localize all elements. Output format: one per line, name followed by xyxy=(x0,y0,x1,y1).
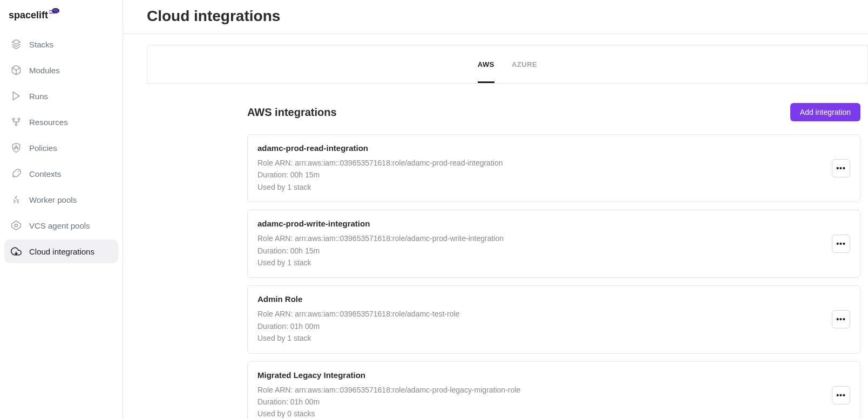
integration-used-by: Used by 0 stacks xyxy=(257,408,832,419)
sidebar-item-label: VCS agent pools xyxy=(29,221,90,230)
sidebar-item-stacks[interactable]: Stacks xyxy=(4,32,118,56)
page-header: Cloud integrations xyxy=(123,0,868,34)
sidebar-item-label: Stacks xyxy=(29,40,53,49)
svg-point-4 xyxy=(12,118,14,120)
sidebar-item-label: Worker pools xyxy=(29,195,77,204)
integration-role-arn: Role ARN: arn:aws:iam::039653571618:role… xyxy=(257,308,832,320)
integration-info: adamc-prod-write-integration Role ARN: a… xyxy=(257,219,832,269)
sidebar-item-label: Modules xyxy=(29,66,60,75)
sidebar-item-label: Contexts xyxy=(29,169,61,178)
svg-point-6 xyxy=(15,123,17,125)
stacks-icon xyxy=(11,39,22,50)
more-options-button[interactable]: ••• xyxy=(832,235,850,253)
integration-card: adamc-prod-write-integration Role ARN: a… xyxy=(247,210,860,278)
sidebar-item-label: Runs xyxy=(29,92,48,101)
section-header: AWS integrations Add integration xyxy=(247,103,868,121)
more-options-button[interactable]: ••• xyxy=(832,310,850,328)
cloud-integrations-icon xyxy=(11,246,22,257)
integration-used-by: Used by 1 stack xyxy=(257,181,832,193)
integration-duration: Duration: 00h 15m xyxy=(257,245,832,257)
svg-marker-10 xyxy=(12,221,21,230)
sidebar-item-runs[interactable]: Runs xyxy=(4,84,118,108)
sidebar-item-worker-pools[interactable]: Worker pools xyxy=(4,188,118,211)
integration-info: Migrated Legacy Integration Role ARN: ar… xyxy=(257,370,832,419)
modules-icon xyxy=(11,65,22,75)
vcs-agent-pools-icon xyxy=(11,220,22,231)
integration-name: adamc-prod-read-integration xyxy=(257,143,832,153)
tab-azure[interactable]: AZURE xyxy=(512,45,537,83)
main-content: Cloud integrations AWS AZURE AWS integra… xyxy=(123,0,868,419)
ellipsis-icon: ••• xyxy=(836,164,846,173)
svg-point-7 xyxy=(16,146,17,147)
integration-name: Admin Role xyxy=(257,294,832,304)
contexts-icon xyxy=(11,168,22,179)
resources-icon xyxy=(11,116,22,127)
integration-duration: Duration: 00h 15m xyxy=(257,169,832,181)
svg-point-9 xyxy=(17,148,18,149)
svg-point-11 xyxy=(15,224,18,227)
sidebar-item-label: Policies xyxy=(29,143,57,153)
astronaut-icon xyxy=(49,5,62,18)
svg-point-8 xyxy=(14,148,16,149)
brand-name: spacelift xyxy=(9,10,48,21)
sidebar-item-contexts[interactable]: Contexts xyxy=(4,162,118,186)
integration-duration: Duration: 01h 00m xyxy=(257,320,832,332)
more-options-button[interactable]: ••• xyxy=(832,386,850,404)
brand-logo[interactable]: spacelift xyxy=(4,9,118,32)
integration-role-arn: Role ARN: arn:aws:iam::039653571618:role… xyxy=(257,232,832,244)
tab-aws[interactable]: AWS xyxy=(478,45,494,83)
ellipsis-icon: ••• xyxy=(836,239,846,248)
integration-info: adamc-prod-read-integration Role ARN: ar… xyxy=(257,143,832,193)
content-wrapper: AWS AZURE AWS integrations Add integrati… xyxy=(123,34,868,419)
worker-pools-icon xyxy=(11,194,22,205)
runs-icon xyxy=(11,91,22,101)
sidebar-item-modules[interactable]: Modules xyxy=(4,58,118,82)
integration-card: Admin Role Role ARN: arn:aws:iam::039653… xyxy=(247,285,860,353)
sidebar: spacelift Stacks Modules Runs Resources … xyxy=(0,0,123,419)
page-title: Cloud integrations xyxy=(147,8,844,25)
sidebar-item-label: Cloud integrations xyxy=(29,247,94,256)
integration-card: adamc-prod-read-integration Role ARN: ar… xyxy=(247,134,860,202)
sidebar-item-label: Resources xyxy=(29,118,68,127)
sidebar-item-resources[interactable]: Resources xyxy=(4,110,118,134)
section-title: AWS integrations xyxy=(247,106,337,119)
integration-card: Migrated Legacy Integration Role ARN: ar… xyxy=(247,361,860,419)
more-options-button[interactable]: ••• xyxy=(832,159,850,177)
integrations-section: AWS integrations Add integration adamc-p… xyxy=(147,84,868,419)
sidebar-item-cloud-integrations[interactable]: Cloud integrations xyxy=(4,239,118,263)
integration-used-by: Used by 1 stack xyxy=(257,332,832,344)
integration-name: Migrated Legacy Integration xyxy=(257,370,832,380)
sidebar-item-policies[interactable]: Policies xyxy=(4,136,118,160)
tabs: AWS AZURE xyxy=(147,45,867,83)
svg-point-5 xyxy=(18,118,19,120)
integration-info: Admin Role Role ARN: arn:aws:iam::039653… xyxy=(257,294,832,344)
integration-role-arn: Role ARN: arn:aws:iam::039653571618:role… xyxy=(257,384,832,396)
tabs-card: AWS AZURE xyxy=(147,45,868,84)
integration-role-arn: Role ARN: arn:aws:iam::039653571618:role… xyxy=(257,157,832,169)
ellipsis-icon: ••• xyxy=(836,315,846,324)
integration-used-by: Used by 1 stack xyxy=(257,257,832,269)
policies-icon xyxy=(11,142,22,153)
add-integration-button[interactable]: Add integration xyxy=(790,103,860,121)
integration-duration: Duration: 01h 00m xyxy=(257,396,832,408)
integration-name: adamc-prod-write-integration xyxy=(257,219,832,228)
ellipsis-icon: ••• xyxy=(836,391,846,400)
sidebar-item-vcs-agent-pools[interactable]: VCS agent pools xyxy=(4,214,118,237)
svg-marker-3 xyxy=(13,92,19,100)
